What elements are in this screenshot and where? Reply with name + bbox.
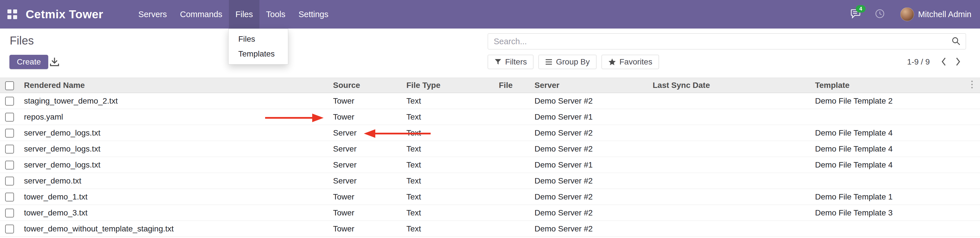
search-submit[interactable]	[951, 36, 966, 46]
user-avatar[interactable]	[900, 8, 914, 21]
row-options-cell	[964, 157, 980, 173]
export-button[interactable]	[48, 56, 61, 68]
search-bar	[488, 33, 966, 49]
cell-source: Server	[328, 173, 401, 189]
cell-template: Demo File Template 3	[810, 205, 964, 221]
row-checkbox-cell	[0, 109, 19, 125]
group-by-label: Group By	[556, 57, 590, 67]
cell-server: Demo Server #2	[530, 189, 648, 205]
table-row[interactable]: tower_demo_without_template_staging.txtT…	[0, 221, 980, 237]
row-checkbox[interactable]	[5, 177, 14, 186]
menu-settings[interactable]: Settings	[292, 0, 335, 29]
cell-file-type: Text	[401, 189, 494, 205]
table-row[interactable]: server_demo_logs.txtServerTextDemo Serve…	[0, 125, 980, 141]
row-checkbox-cell	[0, 125, 19, 141]
cell-server: Demo Server #2	[530, 205, 648, 221]
cell-file	[494, 93, 530, 109]
row-checkbox[interactable]	[5, 145, 14, 154]
column-header-file-type[interactable]: File Type	[401, 78, 494, 93]
row-checkbox[interactable]	[5, 161, 14, 170]
cell-rendered-name: server_demo_logs.txt	[19, 157, 328, 173]
cell-file	[494, 189, 530, 205]
page: Cetmix Tower Servers Commands Files Tool…	[0, 0, 980, 238]
cell-last-sync-date	[648, 141, 810, 157]
cell-source: Tower	[328, 109, 401, 125]
favorites-button[interactable]: Favorites	[601, 55, 659, 69]
app-title: Cetmix Tower	[26, 8, 103, 21]
group-by-button[interactable]: Group By	[539, 55, 596, 69]
optional-columns-cell	[964, 78, 980, 93]
cell-file-type: Text	[401, 93, 494, 109]
menu-files[interactable]: Files	[229, 0, 259, 29]
cell-file	[494, 205, 530, 221]
create-button[interactable]: Create	[10, 55, 48, 69]
column-header-server[interactable]: Server	[530, 78, 648, 93]
search-input[interactable]	[488, 36, 951, 46]
table-header-row: Rendered Name Source File Type File Serv…	[0, 78, 980, 93]
column-header-file[interactable]: File	[494, 78, 530, 93]
select-all-checkbox[interactable]	[5, 81, 14, 90]
table-row[interactable]: server_demo_logs.txtServerTextDemo Serve…	[0, 157, 980, 173]
row-options-cell	[964, 189, 980, 205]
filters-button[interactable]: Filters	[488, 55, 533, 69]
cell-server: Demo Server #2	[530, 141, 648, 157]
cell-file	[494, 221, 530, 237]
row-checkbox[interactable]	[5, 193, 14, 202]
cell-source: Tower	[328, 189, 401, 205]
cell-rendered-name: server_demo_logs.txt	[19, 125, 328, 141]
row-checkbox[interactable]	[5, 209, 14, 217]
row-checkbox-cell	[0, 205, 19, 221]
row-checkbox[interactable]	[5, 129, 14, 138]
pager: 1-9 / 9	[907, 55, 964, 69]
cell-last-sync-date	[648, 205, 810, 221]
column-header-template[interactable]: Template	[810, 78, 964, 93]
cell-last-sync-date	[648, 125, 810, 141]
cell-server: Demo Server #1	[530, 109, 648, 125]
menu-servers[interactable]: Servers	[132, 0, 173, 29]
row-options-cell	[964, 125, 980, 141]
table-row[interactable]: tower_demo_1.txtTowerTextDemo Server #2D…	[0, 189, 980, 205]
clock-icon	[875, 9, 885, 19]
cell-source: Server	[328, 157, 401, 173]
group-by-icon	[545, 58, 552, 66]
cell-file	[494, 173, 530, 189]
row-options-cell	[964, 109, 980, 125]
cell-file-type: Text	[401, 125, 494, 141]
cell-file	[494, 109, 530, 125]
cell-file-type: Text	[401, 109, 494, 125]
table-row[interactable]: staging_tower_demo_2.txtTowerTextDemo Se…	[0, 93, 980, 109]
pager-next-button[interactable]	[952, 55, 964, 69]
cell-file-type: Text	[401, 173, 494, 189]
cell-file-type: Text	[401, 205, 494, 221]
apps-grid-icon[interactable]	[8, 10, 17, 19]
user-menu[interactable]: Mitchell Admin	[918, 10, 971, 19]
table-row[interactable]: repos.yamlTowerTextDemo Server #1	[0, 109, 980, 125]
table-row[interactable]: server_demo_logs.txtServerTextDemo Serve…	[0, 141, 980, 157]
activities-icon[interactable]	[875, 9, 885, 20]
dropdown-item-templates[interactable]: Templates	[229, 46, 288, 61]
pager-previous-button[interactable]	[938, 55, 950, 69]
optional-columns-toggle-icon[interactable]	[970, 80, 974, 89]
table-row[interactable]: tower_demo_3.txtTowerTextDemo Server #2D…	[0, 205, 980, 221]
chevron-right-icon	[955, 57, 961, 67]
row-checkbox[interactable]	[5, 97, 14, 106]
column-header-source[interactable]: Source	[328, 78, 401, 93]
column-header-last-sync-date[interactable]: Last Sync Date	[648, 78, 810, 93]
row-checkbox[interactable]	[5, 113, 14, 122]
cell-rendered-name: tower_demo_1.txt	[19, 189, 328, 205]
dropdown-item-files[interactable]: Files	[229, 32, 288, 46]
cell-file-type: Text	[401, 157, 494, 173]
row-checkbox-cell	[0, 93, 19, 109]
column-header-rendered-name[interactable]: Rendered Name	[19, 78, 328, 93]
cell-rendered-name: tower_demo_3.txt	[19, 205, 328, 221]
messages-icon[interactable]: 4	[850, 9, 861, 20]
cell-template	[810, 221, 964, 237]
cell-server: Demo Server #2	[530, 173, 648, 189]
row-checkbox[interactable]	[5, 225, 14, 233]
cell-template: Demo File Template 4	[810, 157, 964, 173]
menu-tools[interactable]: Tools	[259, 0, 292, 29]
table-row[interactable]: server_demo.txtServerTextDemo Server #2	[0, 173, 980, 189]
menu-commands[interactable]: Commands	[173, 0, 229, 29]
cell-rendered-name: server_demo_logs.txt	[19, 141, 328, 157]
cell-source: Server	[328, 125, 401, 141]
